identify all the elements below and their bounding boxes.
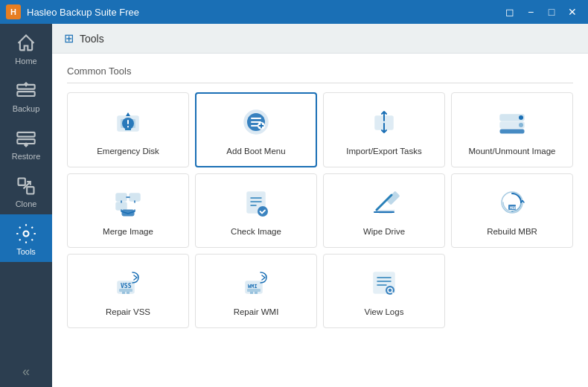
- tool-check-image[interactable]: Check Image: [195, 173, 317, 248]
- svg-text:MBR: MBR: [510, 205, 517, 210]
- tool-repair-vss-label: Repair VSS: [106, 307, 150, 318]
- svg-rect-48: [250, 292, 253, 294]
- sidebar-item-clone-label: Clone: [16, 199, 37, 208]
- tool-repair-wmi[interactable]: WMI Repair WMI: [195, 254, 317, 328]
- svg-point-26: [519, 115, 523, 120]
- app-icon: H: [6, 4, 21, 19]
- tool-check-image-label: Check Image: [231, 226, 281, 237]
- tool-mount-unmount-image[interactable]: Mount/Unmount Image: [451, 92, 573, 167]
- content-area: ⊞ Tools Common Tools Emergency Disk: [52, 24, 588, 387]
- tool-merge-image[interactable]: Merge Image: [67, 173, 189, 248]
- maximize-window-button[interactable]: □: [542, 3, 561, 21]
- app-title: Hasleo Backup Suite Free: [27, 7, 500, 18]
- tool-import-export-tasks-label: Import/Export Tasks: [346, 146, 421, 157]
- tool-wipe-drive-label: Wipe Drive: [363, 226, 405, 237]
- page-header-title: Tools: [80, 33, 104, 45]
- svg-rect-4: [17, 132, 34, 137]
- svg-point-36: [258, 206, 268, 217]
- title-bar: H Hasleo Backup Suite Free ◻ − □ ✕: [0, 0, 588, 24]
- tool-repair-vss[interactable]: VSS Repair VSS: [67, 254, 189, 328]
- svg-rect-44: [127, 292, 130, 294]
- tool-emergency-disk-label: Emergency Disk: [97, 146, 159, 157]
- svg-rect-28: [116, 194, 127, 201]
- svg-rect-8: [19, 179, 25, 185]
- tool-view-logs-label: View Logs: [365, 307, 404, 318]
- tool-emergency-disk[interactable]: Emergency Disk: [67, 92, 189, 167]
- tool-rebuild-mbr[interactable]: MBR Rebuild MBR: [451, 173, 573, 248]
- window-controls: ◻ − □ ✕: [500, 3, 582, 21]
- tool-rebuild-mbr-label: Rebuild MBR: [487, 226, 537, 237]
- svg-rect-30: [116, 202, 127, 210]
- svg-rect-43: [122, 292, 125, 294]
- svg-point-27: [519, 123, 523, 127]
- svg-point-10: [24, 231, 29, 237]
- tool-wipe-drive[interactable]: Wipe Drive: [323, 173, 445, 248]
- sidebar-item-clone[interactable]: Clone: [0, 167, 52, 214]
- restore-window-button[interactable]: ◻: [500, 3, 520, 21]
- sidebar-item-tools-label: Tools: [16, 247, 36, 256]
- sidebar-collapse-button[interactable]: «: [0, 356, 52, 387]
- svg-rect-29: [130, 194, 140, 201]
- svg-text:WMI: WMI: [248, 284, 258, 290]
- sidebar-item-home-label: Home: [15, 57, 36, 65]
- svg-rect-1: [17, 92, 34, 96]
- section-title-common-tools: Common Tools: [67, 65, 573, 83]
- minimize-window-button[interactable]: −: [521, 3, 540, 21]
- svg-rect-25: [500, 129, 524, 133]
- page-header-icon: ⊞: [64, 31, 74, 45]
- tool-add-boot-menu-label: Add Boot Menu: [226, 146, 285, 157]
- sidebar-item-restore-label: Restore: [12, 152, 41, 161]
- sidebar-item-restore[interactable]: Restore: [0, 119, 52, 167]
- tool-view-logs[interactable]: View Logs: [323, 254, 445, 328]
- tool-import-export-tasks[interactable]: Import/Export Tasks: [323, 92, 445, 167]
- app-body: Home Backup Restore: [0, 24, 588, 387]
- sidebar-item-backup-label: Backup: [13, 104, 40, 113]
- sidebar-item-backup[interactable]: Backup: [0, 71, 52, 119]
- tool-mount-unmount-image-label: Mount/Unmount Image: [469, 146, 556, 157]
- sidebar-item-home[interactable]: Home: [0, 24, 52, 71]
- sidebar: Home Backup Restore: [0, 24, 52, 387]
- tool-merge-image-label: Merge Image: [103, 226, 153, 237]
- tool-grid: Emergency Disk Add Boot Menu: [67, 92, 573, 328]
- svg-rect-49: [255, 292, 258, 294]
- close-window-button[interactable]: ✕: [563, 3, 582, 21]
- tool-add-boot-menu[interactable]: Add Boot Menu: [195, 92, 317, 167]
- svg-rect-31: [122, 210, 134, 216]
- svg-rect-9: [27, 187, 33, 194]
- page-content: Common Tools Emergency Disk: [52, 54, 588, 387]
- tool-repair-wmi-label: Repair WMI: [234, 307, 279, 318]
- svg-text:VSS: VSS: [121, 283, 132, 290]
- page-header: ⊞ Tools: [52, 24, 588, 54]
- svg-rect-37: [387, 192, 400, 205]
- sidebar-item-tools[interactable]: Tools: [0, 214, 52, 262]
